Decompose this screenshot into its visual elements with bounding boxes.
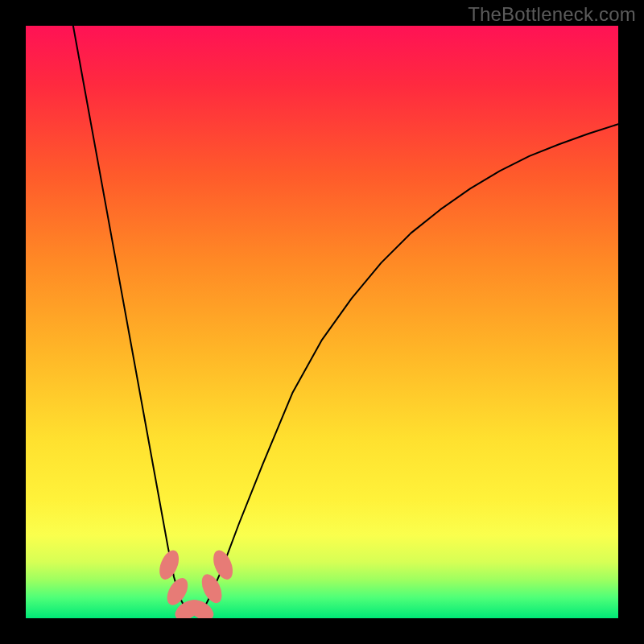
gradient-background xyxy=(26,26,618,618)
watermark-text: TheBottleneck.com xyxy=(468,3,636,26)
outer-frame: TheBottleneck.com xyxy=(0,0,644,644)
bottleneck-chart xyxy=(26,26,618,618)
